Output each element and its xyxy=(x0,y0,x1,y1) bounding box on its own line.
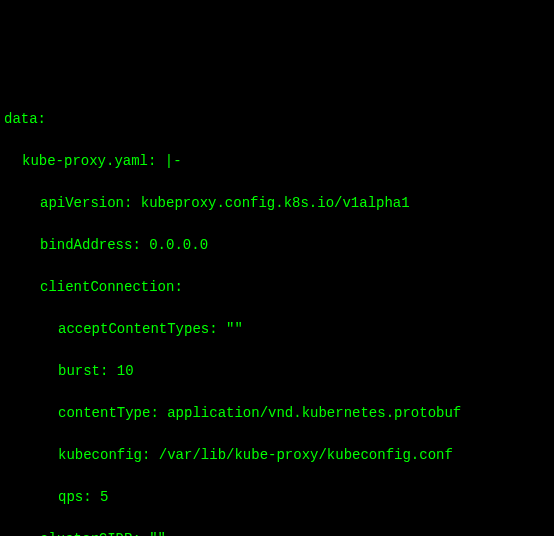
yaml-line: contentType: application/vnd.kubernetes.… xyxy=(4,403,550,424)
yaml-line: bindAddress: 0.0.0.0 xyxy=(4,235,550,256)
yaml-line: clientConnection: xyxy=(4,277,550,298)
yaml-line: kube-proxy.yaml: |- xyxy=(4,151,550,172)
yaml-line: data: xyxy=(4,109,550,130)
yaml-line: qps: 5 xyxy=(4,487,550,508)
yaml-line: clusterCIDR: "" xyxy=(4,529,550,536)
yaml-line: kubeconfig: /var/lib/kube-proxy/kubeconf… xyxy=(4,445,550,466)
terminal-output: data: kube-proxy.yaml: |- apiVersion: ku… xyxy=(4,88,550,536)
yaml-line: acceptContentTypes: "" xyxy=(4,319,550,340)
yaml-line: apiVersion: kubeproxy.config.k8s.io/v1al… xyxy=(4,193,550,214)
yaml-line: burst: 10 xyxy=(4,361,550,382)
